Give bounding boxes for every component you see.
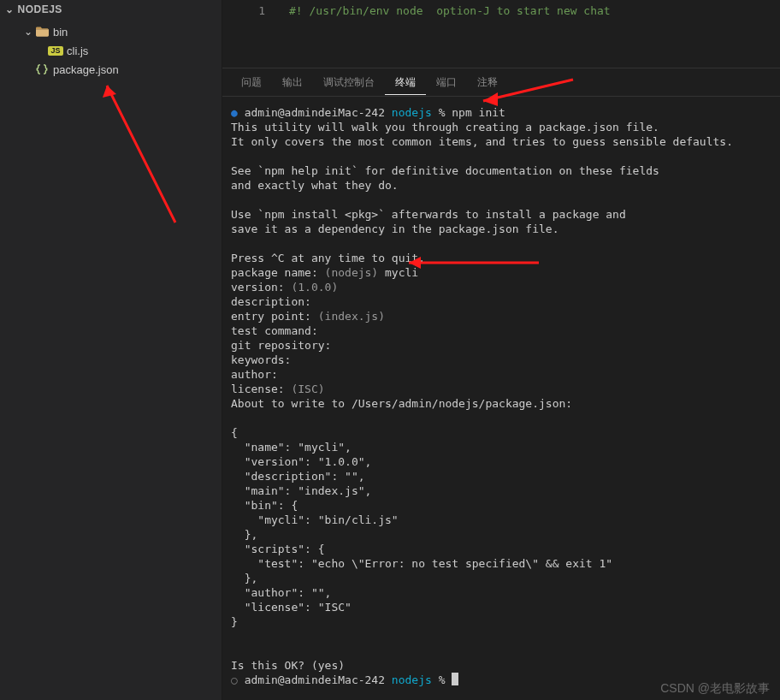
explorer-root-label: NODEJS: [18, 3, 62, 15]
file-package.json[interactable]: package.json: [0, 60, 222, 79]
file-cli.js[interactable]: JScli.js: [0, 41, 222, 60]
panel-tab-3[interactable]: 终端: [385, 70, 426, 95]
editor-text: #! /usr/bin/env node option-J to start n…: [289, 4, 611, 17]
tree-item-label: bin: [53, 26, 68, 39]
tree-item-label: cli.js: [67, 44, 88, 57]
panel-tab-2[interactable]: 调试控制台: [313, 70, 385, 95]
folder-icon: [34, 27, 50, 37]
line-number: 1: [239, 4, 265, 17]
panel-tab-0[interactable]: 问题: [231, 70, 272, 95]
bottom-panel: 问题输出调试控制台终端端口注释 ● admin@admindeiMac-242 …: [222, 68, 780, 700]
folder-bin[interactable]: ⌄bin: [0, 22, 222, 41]
json-file-icon: [34, 63, 50, 75]
chevron-icon: ⌄: [22, 26, 34, 38]
js-file-icon: JS: [48, 46, 63, 56]
chevron-down-icon: ⌄: [5, 3, 15, 15]
panel-tab-1[interactable]: 输出: [272, 70, 313, 95]
watermark: CSDN @老电影故事: [660, 681, 770, 697]
terminal-output[interactable]: ● admin@admindeiMac-242 nodejs % npm ini…: [222, 97, 780, 700]
panel-tab-4[interactable]: 端口: [426, 70, 467, 95]
panel-tab-5[interactable]: 注释: [467, 70, 508, 95]
explorer-root[interactable]: ⌄ NODEJS: [0, 0, 222, 21]
file-explorer: ⌄ NODEJS ⌄binJScli.jspackage.json: [0, 0, 222, 700]
panel-tabs: 问题输出调试控制台终端端口注释: [222, 68, 780, 97]
editor-line[interactable]: 1#! /usr/bin/env node option-J to start …: [222, 0, 780, 21]
editor-area: 1#! /usr/bin/env node option-J to start …: [222, 0, 780, 700]
tree-item-label: package.json: [53, 63, 119, 76]
